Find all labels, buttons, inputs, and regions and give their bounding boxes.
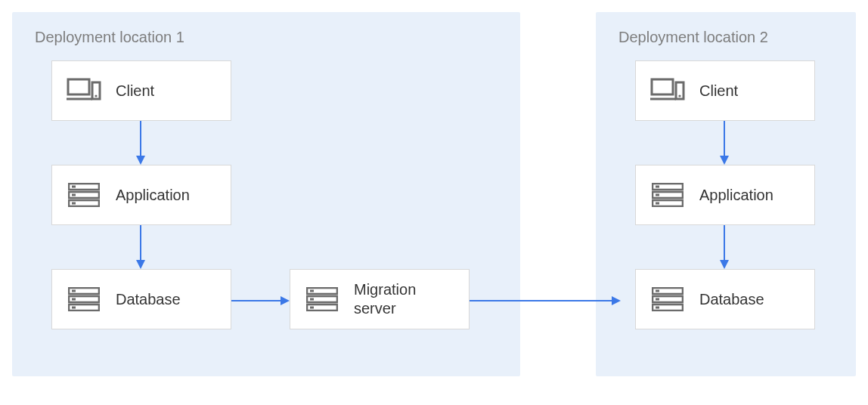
svg-rect-47 — [656, 290, 659, 292]
location-1-title: Deployment location 1 — [35, 29, 184, 46]
svg-rect-12 — [68, 79, 89, 94]
arrow-migration-to-loc2-db — [470, 293, 621, 308]
loc2-client-label: Client — [699, 82, 738, 100]
client-devices-icon — [66, 73, 102, 109]
svg-marker-1 — [136, 156, 145, 165]
svg-marker-7 — [612, 296, 621, 305]
svg-rect-31 — [310, 290, 314, 292]
svg-rect-34 — [652, 79, 673, 94]
svg-rect-21 — [72, 202, 76, 205]
svg-rect-25 — [72, 290, 76, 292]
svg-rect-41 — [656, 186, 659, 188]
svg-point-15 — [95, 94, 97, 97]
loc1-application-label: Application — [116, 186, 190, 205]
svg-rect-49 — [656, 307, 659, 309]
server-icon — [66, 281, 102, 317]
loc1-migration-label: Migration server — [354, 280, 455, 318]
svg-marker-11 — [720, 260, 729, 269]
loc1-database-label: Database — [116, 290, 181, 309]
svg-point-37 — [678, 94, 680, 97]
server-icon — [66, 177, 102, 213]
arrow-loc2-client-to-app — [717, 121, 732, 165]
loc2-database-label: Database — [699, 290, 764, 309]
svg-marker-9 — [720, 156, 729, 165]
svg-rect-20 — [72, 194, 76, 196]
svg-marker-3 — [136, 260, 145, 269]
loc2-application-label: Application — [699, 186, 773, 205]
svg-marker-5 — [281, 296, 290, 305]
client-devices-icon — [649, 73, 686, 109]
svg-rect-48 — [656, 298, 659, 301]
server-icon — [649, 281, 686, 317]
loc1-client-label: Client — [116, 82, 154, 100]
svg-rect-42 — [656, 194, 659, 196]
svg-rect-32 — [310, 298, 314, 301]
arrow-loc1-db-to-migration — [231, 293, 290, 308]
arrow-loc1-client-to-app — [133, 121, 148, 165]
svg-rect-33 — [310, 307, 314, 309]
arrow-loc2-app-to-db — [717, 225, 732, 269]
loc2-client-node: Client — [635, 60, 815, 121]
server-icon — [304, 281, 340, 317]
loc1-migration-node: Migration server — [290, 269, 470, 329]
loc1-client-node: Client — [51, 60, 231, 121]
loc2-database-node: Database — [635, 269, 815, 329]
svg-rect-19 — [72, 186, 76, 188]
arrow-loc1-app-to-db — [133, 225, 148, 269]
svg-rect-43 — [656, 202, 659, 205]
loc2-application-node: Application — [635, 165, 815, 225]
server-icon — [649, 177, 686, 213]
location-2-title: Deployment location 2 — [618, 29, 768, 46]
svg-rect-26 — [72, 298, 76, 301]
loc1-application-node: Application — [51, 165, 231, 225]
svg-rect-27 — [72, 307, 76, 309]
loc1-database-node: Database — [51, 269, 231, 329]
